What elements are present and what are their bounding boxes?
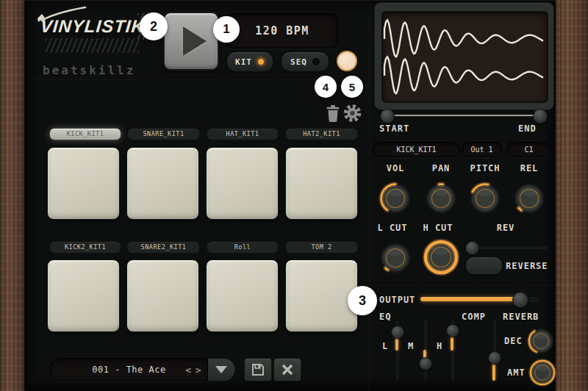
- trim-start-handle[interactable]: [380, 109, 395, 123]
- drum-pad-hat-kit1[interactable]: [206, 147, 279, 220]
- slider-thumb[interactable]: [488, 351, 501, 365]
- play-button[interactable]: [163, 12, 219, 71]
- pad-select-snare2-kit1[interactable]: SNARE2_KIT1: [127, 241, 200, 254]
- kit-tab-button[interactable]: KIT: [226, 51, 273, 72]
- rev-label: REV: [484, 223, 528, 233]
- comp-slider[interactable]: [488, 320, 500, 381]
- output-section-seam: [373, 284, 553, 286]
- eq-high-label: H: [437, 341, 442, 351]
- preset-dropdown-button[interactable]: [207, 358, 235, 381]
- bpm-display[interactable]: 120 BPM: [226, 13, 338, 49]
- hcut-knob[interactable]: [422, 238, 460, 279]
- preset-display[interactable]: 001 - The Ace < >: [49, 358, 209, 381]
- slider-thumb[interactable]: [446, 324, 459, 337]
- callout-4: 4: [315, 76, 337, 98]
- output-label: OUTPUT: [379, 295, 415, 305]
- eq-mid-slider[interactable]: [419, 320, 431, 381]
- drum-pad-snare-kit1[interactable]: [126, 147, 199, 220]
- preset-prev-arrow[interactable]: <: [185, 365, 191, 376]
- vol-knob[interactable]: [378, 181, 413, 219]
- pitch-label: PITCH: [463, 163, 507, 173]
- logo-vinylistik: VINYLISTIK: [40, 16, 146, 37]
- output-fill: [420, 297, 520, 301]
- vol-label: VOL: [373, 163, 417, 173]
- drum-pad-snare2-kit1[interactable]: [126, 259, 199, 332]
- hcut-label: H CUT: [416, 223, 460, 233]
- amt-label: AMT: [507, 367, 526, 378]
- wood-frame-right: [556, 0, 588, 391]
- wood-frame-left: [0, 0, 24, 391]
- lcut-knob[interactable]: [378, 240, 413, 279]
- power-round-button[interactable]: [337, 51, 357, 71]
- trash-icon[interactable]: [326, 104, 340, 123]
- preset-name: 001 - The Ace: [92, 365, 165, 375]
- pad-select-roll[interactable]: Roll: [207, 241, 279, 254]
- seq-tab-label: SEQ: [290, 57, 307, 67]
- pan-label: PAN: [419, 163, 463, 173]
- slider-thumb[interactable]: [391, 326, 404, 339]
- rel-knob[interactable]: [512, 181, 547, 219]
- waveform-svg: [383, 12, 547, 101]
- drum-pad-hat2-kit1[interactable]: [285, 147, 358, 220]
- rel-label: REL: [507, 163, 551, 173]
- header-seam: [29, 79, 365, 80]
- output-slider[interactable]: [420, 291, 539, 307]
- vinylistik-plugin-window: VINYLISTIK beatskillz 120 BPM KIT SEQ KI…: [0, 0, 588, 391]
- pad-select-snare-kit1[interactable]: SNARE_KIT1: [127, 128, 200, 140]
- sample-name-display[interactable]: KICK_KIT1: [373, 142, 460, 157]
- kit-tab-label: KIT: [235, 57, 252, 67]
- eq-high-slider[interactable]: [446, 320, 458, 381]
- rev-slider[interactable]: [465, 240, 548, 254]
- pad-select-kick-kit1[interactable]: KICK_KIT1: [49, 128, 121, 140]
- comp-label: COMP: [462, 312, 486, 322]
- callout-2: 2: [140, 12, 168, 40]
- pad-select-hat2-kit1[interactable]: HAT2_KIT1: [285, 128, 358, 140]
- drum-pad-kick-kit1[interactable]: [47, 147, 120, 220]
- trim-track: [387, 115, 539, 116]
- lcut-label: L CUT: [370, 223, 415, 233]
- eq-label: EQ: [379, 312, 391, 322]
- output-handle[interactable]: [512, 292, 528, 308]
- output-route-display[interactable]: Out 1: [462, 142, 502, 157]
- end-label: END: [518, 123, 537, 134]
- reverse-label: REVERSE: [506, 261, 548, 271]
- logo-hatch-under: [46, 38, 139, 53]
- play-icon: [183, 26, 207, 56]
- rev-handle[interactable]: [465, 241, 479, 255]
- gear-icon[interactable]: [343, 103, 362, 123]
- eq-low-slider[interactable]: [391, 320, 403, 381]
- trim-range-slider[interactable]: [380, 107, 546, 123]
- save-preset-button[interactable]: [244, 358, 272, 381]
- pad-select-kick2-kit1[interactable]: KICK2_KIT1: [49, 241, 121, 254]
- callout-5: 5: [341, 76, 363, 98]
- eq-low-label: L: [382, 341, 388, 351]
- drum-pad-tom-2[interactable]: [285, 259, 358, 332]
- midi-note-display[interactable]: C1: [507, 142, 551, 157]
- close-icon: [281, 363, 294, 376]
- trim-end-handle[interactable]: [533, 109, 548, 123]
- preset-next-arrow[interactable]: >: [196, 365, 201, 376]
- pan-knob[interactable]: [423, 181, 459, 219]
- seq-led: [312, 58, 320, 65]
- kit-led: [257, 58, 265, 65]
- drum-pad-kick2-kit1[interactable]: [47, 259, 120, 332]
- dropdown-icon: [215, 366, 227, 373]
- reverse-button[interactable]: [465, 257, 503, 275]
- pad-select-hat-kit1[interactable]: HAT_KIT1: [207, 128, 279, 140]
- save-icon: [251, 362, 265, 377]
- pad-select-tom-2[interactable]: TOM 2: [285, 241, 358, 254]
- reverb-amount-knob[interactable]: [528, 358, 557, 390]
- start-label: START: [379, 123, 409, 134]
- slider-fill: [451, 336, 453, 351]
- callout-1: 1: [213, 16, 240, 43]
- delete-preset-button[interactable]: [273, 358, 301, 381]
- callout-3: 3: [348, 286, 377, 315]
- seq-tab-button[interactable]: SEQ: [281, 51, 329, 72]
- pitch-knob[interactable]: [467, 181, 503, 219]
- waveform-right-channel: [384, 57, 543, 93]
- slider-thumb[interactable]: [419, 357, 432, 370]
- waveform-left-channel: [384, 20, 543, 57]
- drum-pad-roll[interactable]: [206, 259, 279, 332]
- brand-beatskillz: beatskillz: [43, 63, 135, 77]
- reverb-decay-knob[interactable]: [526, 326, 556, 359]
